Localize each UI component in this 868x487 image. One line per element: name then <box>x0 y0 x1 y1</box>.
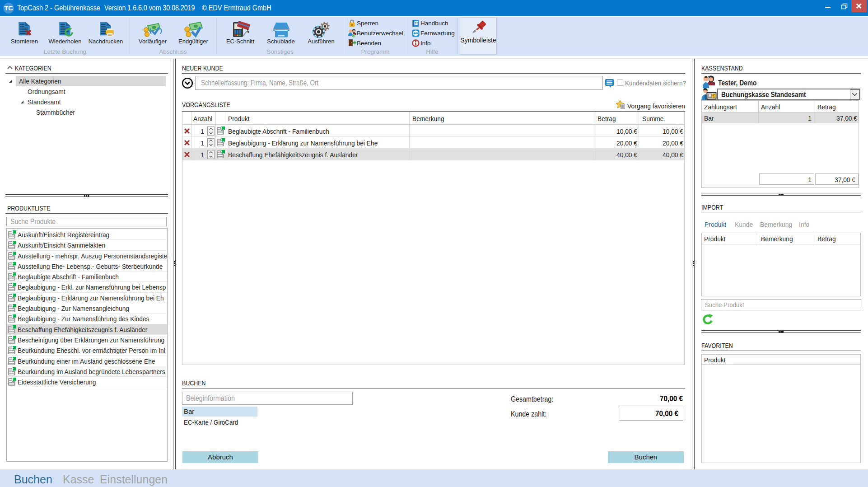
svg-text:€: € <box>713 94 715 98</box>
svg-text:TC: TC <box>415 22 419 25</box>
